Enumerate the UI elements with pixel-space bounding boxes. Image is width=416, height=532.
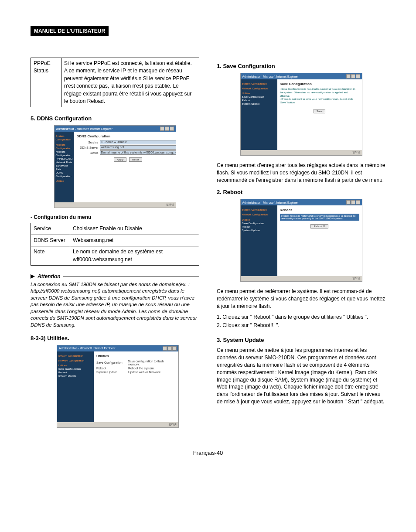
panel-title: Reboot: [280, 208, 359, 212]
step-1: 1. Cliquez sur " Reboot " dans le groupe…: [217, 314, 385, 321]
field-value: Domain name of this system is wff0000.we…: [100, 150, 176, 155]
page-footer: Français-40: [31, 450, 385, 456]
util-val: Reboot the system.: [128, 367, 154, 370]
sidebar: System Configuration Network Configurati…: [241, 79, 277, 150]
sidebar-item: Network Configuration: [242, 87, 276, 90]
reboot-paragraph: Ce menu permet de redémarrer le système.…: [217, 288, 385, 310]
heading-reboot: 2. Reboot: [217, 189, 385, 195]
util-val: Save configuration to flash memory.: [128, 360, 176, 366]
apply-button[interactable]: Apply: [114, 157, 126, 162]
sidebar-item: System Update: [242, 102, 276, 106]
reboot-button[interactable]: Reboot !!!: [310, 224, 328, 228]
left-column: PPPoE Status Si le service PPPoE est con…: [31, 58, 199, 434]
rule-line: [63, 276, 199, 276]
sidebar-item: PPPoE(ADSL): [56, 157, 73, 160]
sidebar-item: Network Configuration: [56, 150, 73, 157]
field-label: DDNS Server: [77, 146, 99, 149]
attention-callout: Attention La connexion au SMT-190DN se f…: [31, 273, 199, 329]
util-key: Save Configuration: [96, 361, 126, 364]
field-value: websamsung.net: [100, 145, 176, 150]
save-button[interactable]: Save: [314, 109, 326, 113]
cell-k: DDNS Server: [31, 235, 70, 246]
window-title: Administrator - Microsoft Internet Explo…: [242, 201, 299, 204]
sidebar: System Configuration Network Configurati…: [57, 351, 94, 422]
cell-v: Le nom de domaine de ce système est wff0…: [70, 246, 199, 266]
window-controls-icon: [346, 74, 360, 78]
screenshot-utilities: Administrator - Microsoft Internet Explo…: [57, 345, 179, 428]
window-controls-icon: [163, 346, 177, 351]
main-panel: Reboot System reboot is highly and stron…: [277, 205, 362, 276]
sidebar-item: Bandwidth Rate: [56, 164, 73, 171]
right-column: 1. Save Configuration Administrator - Mi…: [217, 58, 385, 434]
cell-k: Service: [31, 223, 70, 235]
panel-title: Save Configuration: [280, 82, 359, 86]
cell-k: Note: [31, 246, 70, 266]
arrow-icon: [31, 274, 35, 279]
heading-system-update: 3. System Update: [217, 337, 385, 343]
cell-v: Websamsung.net: [70, 235, 199, 246]
pppoe-text-cell: Si le service PPPoE est connecté, la lia…: [61, 58, 199, 107]
sidebar-item: Reboot: [242, 99, 276, 102]
reset-button[interactable]: Reset: [129, 157, 142, 162]
field-label: Status: [77, 151, 99, 154]
heading-ddns-config: 5. DDNS Configuration: [31, 115, 199, 122]
sidebar-item: Utilities: [56, 179, 73, 183]
main-panel: Save Configuration • Save Configuration …: [277, 79, 362, 150]
note-line: • If you do not want to save your new co…: [280, 98, 359, 105]
statusbar: 인터넷: [57, 422, 178, 427]
sidebar-item: System Configuration: [56, 134, 73, 141]
sidebar-item: Reboot: [242, 225, 276, 228]
window-controls-icon: [346, 200, 360, 205]
sidebar-item: Network Configuration: [242, 213, 276, 216]
statusbar: 인터넷: [55, 202, 176, 208]
sidebar-item: Reboot: [58, 371, 92, 374]
sidebar-item: Save Configuration: [242, 222, 276, 225]
reboot-steps: 1. Cliquez sur " Reboot " dans le groupe…: [217, 314, 385, 329]
sidebar: System Configuration Network Configurati…: [241, 205, 277, 276]
sidebar-item: Utilities: [242, 218, 276, 222]
screenshot-save-config: Administrator - Microsoft Internet Explo…: [240, 73, 362, 156]
pppoe-status-table: PPPoE Status Si le service PPPoE est con…: [31, 58, 199, 107]
heading-config-menu: - Configuration du menu: [31, 214, 199, 220]
sidebar-item: Save Configuration: [58, 367, 92, 371]
panel-title: DDNS Configuration: [77, 134, 176, 138]
attention-label: Attention: [38, 273, 61, 280]
window-title: Administrator - Microsoft Internet Explo…: [242, 75, 299, 78]
window-controls-icon: [160, 126, 174, 131]
heading-utilities: 8-3-3) Utilities.: [31, 335, 199, 341]
cell-v: Choisissez Enable ou Disable: [70, 223, 199, 235]
window-title: Administrator - Microsoft Internet Explo…: [56, 127, 113, 130]
main-panel: DDNS Configuration Service○ Enable ● Dis…: [74, 132, 176, 202]
sidebar-item: Network Configuration: [58, 359, 92, 362]
sidebar-item: DDNS Configuration: [56, 171, 73, 178]
two-column-layout: PPPoE Status Si le service PPPoE est con…: [31, 58, 385, 434]
main-panel: Utilities Save ConfigurationSave configu…: [94, 351, 178, 422]
panel-title: Utilities: [96, 354, 176, 358]
system-update-paragraph: Ce menu permet de mettre à jour les prog…: [217, 347, 385, 405]
attention-body: La connexion au SMT-190DN se faisant par…: [31, 281, 199, 329]
sidebar-item: Utilities: [242, 92, 276, 95]
field-label: Service: [77, 141, 99, 144]
note-line: • Save Configuration is required to save…: [280, 88, 359, 98]
sidebar-item: Network Configuration: [56, 143, 73, 150]
sidebar: System Configuration Network Configurati…: [55, 132, 74, 202]
util-key: Reboot: [96, 367, 127, 370]
sidebar-item: System Configuration: [242, 208, 276, 211]
statusbar: 인터넷: [241, 150, 362, 155]
util-key: System Update: [96, 371, 127, 374]
sidebar-item: System Configuration: [58, 354, 92, 358]
util-val: Update web or firmware.: [128, 371, 161, 374]
step-2: 2. Cliquez sur " Reboot!!! ".: [217, 322, 385, 329]
sidebar-item: System Configuration: [242, 82, 276, 85]
heading-save-config: 1. Save Configuration: [217, 63, 385, 69]
sidebar-item: System Update: [58, 374, 92, 378]
ddns-menu-table: ServiceChoisissez Enable ou Disable DDNS…: [31, 223, 199, 266]
save-config-paragraph: Ce menu permet d'enregistrer tous les ré…: [217, 162, 385, 184]
reboot-note-box: System reboot is highly and strongly rec…: [280, 214, 359, 221]
window-title: Administrator - Microsoft Internet Explo…: [59, 347, 116, 350]
sidebar-item: Save Configuration: [242, 95, 276, 99]
sidebar-item: Network Ports: [56, 160, 73, 164]
page-header: MANUEL DE L'UTILISATEUR: [31, 26, 109, 36]
field-value: ○ Enable ● Disable: [100, 140, 176, 144]
statusbar: 인터넷: [241, 276, 362, 281]
